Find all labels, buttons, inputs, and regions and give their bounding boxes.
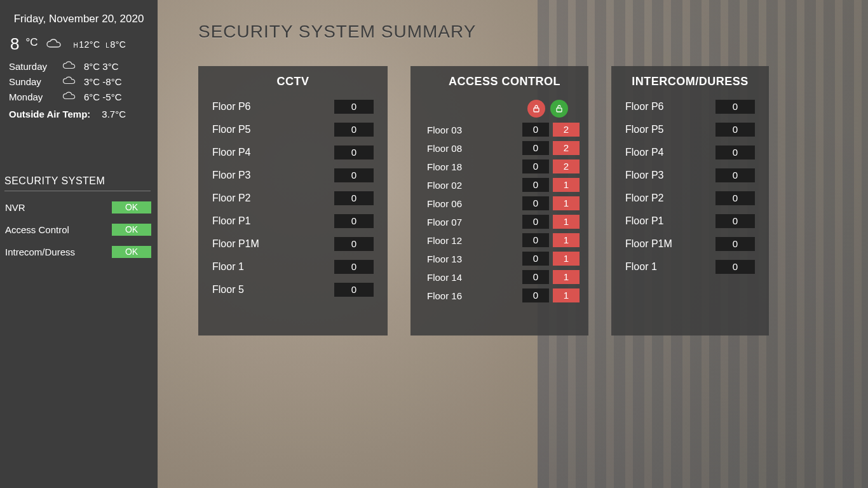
access-unlocked-count: 1: [553, 288, 580, 302]
status-badge: OK: [112, 201, 151, 214]
floor-label: Floor 06: [427, 198, 519, 209]
access-legend: [427, 100, 582, 118]
cctv-row: Floor P4 0: [212, 146, 374, 159]
floor-label: Floor P6: [212, 101, 334, 112]
security-status-name: Intrecom/Duress: [5, 247, 75, 257]
weather-cloudy-icon: [61, 91, 78, 102]
floor-label: Floor 1: [212, 261, 334, 273]
cctv-row: Floor P3 0: [212, 168, 374, 182]
current-hi-lo: H12°C L8°C: [74, 39, 126, 50]
floor-label: Floor 13: [427, 254, 519, 264]
forecast-temps: 3°C -8°C: [84, 76, 122, 87]
floor-label: Floor 14: [427, 272, 519, 283]
access-row: Floor 07 0 1: [427, 215, 580, 229]
current-hi: 12°C: [79, 39, 100, 50]
svg-rect-0: [534, 108, 539, 112]
current-date: Friday, November 20, 2020: [5, 13, 153, 25]
floor-label: Floor 16: [427, 290, 519, 301]
unlock-icon: [550, 100, 568, 118]
intercom-count: 0: [715, 237, 755, 251]
access-locked-count: 0: [522, 141, 549, 155]
weather-cloudy-icon: [44, 38, 64, 51]
current-temp: 8: [10, 34, 19, 54]
floor-label: Floor P1: [625, 215, 715, 227]
intercom-panel: INTERCOM/DURESS Floor P6 0 Floor P5 0 Fl…: [611, 66, 769, 336]
forecast-row: Sunday 3°C -8°C: [9, 76, 151, 87]
floor-label: Floor 08: [427, 143, 519, 154]
access-locked-count: 0: [522, 123, 549, 137]
access-locked-count: 0: [522, 270, 549, 284]
intercom-count: 0: [715, 191, 755, 205]
access-row: Floor 03 0 2: [427, 123, 580, 137]
access-row: Floor 16 0 1: [427, 288, 580, 302]
cctv-count: 0: [334, 100, 374, 114]
forecast-temps: 8°C 3°C: [84, 61, 119, 72]
security-status-list: NVR OK Access Control OK Intrecom/Duress…: [5, 201, 153, 258]
access-locked-count: 0: [522, 178, 549, 192]
floor-label: Floor P3: [212, 170, 334, 181]
svg-rect-1: [557, 108, 562, 112]
security-status-row: Access Control OK: [5, 224, 151, 236]
access-unlocked-count: 2: [553, 159, 580, 173]
sidebar: Friday, November 20, 2020 8 °C H12°C L8°…: [0, 0, 158, 488]
security-system-heading: SECURITY SYSTEM: [4, 175, 151, 191]
access-locked-count: 0: [522, 252, 549, 266]
cctv-row: Floor 1 0: [212, 260, 374, 274]
access-control-panel: ACCESS CONTROL Floor 03 0 2 Floor 08 0 2…: [410, 66, 588, 336]
floor-label: Floor P2: [625, 193, 715, 204]
forecast-day: Monday: [9, 92, 55, 102]
floor-label: Floor P3: [625, 170, 715, 181]
cctv-count: 0: [334, 191, 374, 205]
cctv-row: Floor P2 0: [212, 191, 374, 205]
main-content: SECURITY SYSTEM SUMMARY CCTV Floor P6 0 …: [158, 0, 868, 488]
access-row: Floor 14 0 1: [427, 270, 580, 284]
intercom-row: Floor P6 0: [625, 100, 755, 114]
intercom-count: 0: [715, 123, 755, 137]
intercom-title: INTERCOM/DURESS: [625, 75, 755, 88]
access-unlocked-count: 1: [553, 196, 580, 210]
weather-cloudy-icon: [61, 60, 78, 72]
access-unlocked-count: 1: [553, 215, 580, 229]
intercom-row: Floor P5 0: [625, 123, 755, 137]
status-badge: OK: [112, 224, 151, 236]
intercom-row: Floor 1 0: [625, 260, 755, 274]
cctv-title: CCTV: [212, 75, 374, 88]
status-badge: OK: [112, 246, 151, 258]
oat-value: 3.7°C: [102, 109, 126, 119]
intercom-row: Floor P1M 0: [625, 237, 755, 251]
outside-air-temp: Outside Air Temp: 3.7°C: [9, 109, 151, 119]
intercom-count: 0: [715, 260, 755, 274]
floor-label: Floor 1: [625, 261, 715, 273]
floor-label: Floor P1: [212, 215, 334, 227]
floor-label: Floor 5: [212, 284, 334, 295]
floor-label: Floor 18: [427, 161, 519, 172]
access-row: Floor 13 0 1: [427, 252, 580, 266]
page-title: SECURITY SYSTEM SUMMARY: [198, 22, 868, 42]
floor-label: Floor P2: [212, 193, 334, 204]
oat-label: Outside Air Temp:: [9, 109, 90, 119]
cctv-row: Floor P1M 0: [212, 237, 374, 251]
cctv-count: 0: [334, 214, 374, 228]
floor-label: Floor 03: [427, 125, 519, 135]
floor-label: Floor P5: [625, 124, 715, 135]
cctv-row: Floor P6 0: [212, 100, 374, 114]
forecast-day: Saturday: [9, 61, 55, 72]
security-status-row: Intrecom/Duress OK: [5, 246, 151, 258]
floor-label: Floor 02: [427, 180, 519, 191]
forecast-temps: 6°C -5°C: [84, 92, 122, 102]
intercom-row: Floor P3 0: [625, 168, 755, 182]
security-status-name: Access Control: [5, 224, 69, 235]
floor-label: Floor P1M: [625, 238, 715, 250]
current-weather: 8 °C H12°C L8°C: [10, 34, 151, 54]
intercom-count: 0: [715, 168, 755, 182]
cctv-count: 0: [334, 168, 374, 182]
access-unlocked-count: 2: [553, 141, 580, 155]
access-control-title: ACCESS CONTROL: [427, 75, 582, 88]
security-status-row: NVR OK: [5, 201, 151, 214]
floor-label: Floor P6: [625, 101, 715, 112]
cctv-row: Floor P1 0: [212, 214, 374, 228]
cctv-count: 0: [334, 260, 374, 274]
access-rows-scroll[interactable]: Floor 03 0 2 Floor 08 0 2 Floor 18 0 2 F…: [427, 123, 582, 307]
intercom-row: Floor P4 0: [625, 146, 755, 159]
floor-label: Floor P1M: [212, 238, 334, 250]
